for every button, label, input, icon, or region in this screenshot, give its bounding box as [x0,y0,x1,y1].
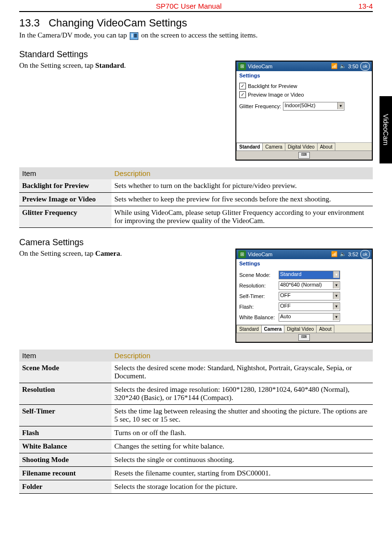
window-titlebar: ⊞ VideoCam 📶 🔈 3:50 ok [236,62,372,71]
tab-camera[interactable]: Camera [262,143,285,150]
table-desc: Resets the filename counter, starting fr… [111,466,373,480]
table-desc: Selects the desired scene mode: Standard… [111,362,373,383]
field-label: Scene Mode: [239,272,277,278]
table-row: Self-Timer [19,404,111,426]
window-title: VideoCam [248,63,272,69]
window-title: VideoCam [248,251,272,257]
table-desc: Selects the storage location for the pic… [111,480,373,493]
volume-icon: 🔈 [340,251,346,257]
tab-about[interactable]: About [316,325,334,333]
table-row: Filename recount [19,466,111,480]
ok-button[interactable]: ok [360,62,370,71]
volume-icon: 🔈 [340,63,346,69]
table-row: Shooting Mode [19,453,111,466]
white-balance-dropdown[interactable]: Auto [279,313,340,322]
table-row: Glitter Frequency [19,206,111,227]
field-label: White Balance: [239,314,277,320]
section-intro: In the Camera/DV mode, you can tap on th… [19,31,373,40]
glitter-label: Glitter Frequency: [239,103,281,109]
panel-title: Settings [236,259,372,268]
ok-button[interactable]: ok [360,250,370,259]
checkbox-preview[interactable]: ✓ [239,91,246,98]
table-desc: Selects the single or continuous shootin… [111,453,373,466]
table-row: Scene Mode [19,362,111,383]
field-label: Resolution: [239,283,277,288]
screenshot-camera: ⊞ VideoCam 📶 🔈 3:52 ok Settings Scene Mo… [235,249,373,343]
tab-camera[interactable]: Camera [261,325,285,333]
checkbox-label: Preview Image or Video [248,92,304,98]
section-number: 13.3 [19,17,40,29]
table-desc: Turns on or off the flash. [111,426,373,439]
table-desc: Sets whether to turn on the backlight fo… [111,179,373,193]
manual-title: SP70C User Manual [19,2,358,10]
sip-bar: ⌨ [236,333,372,342]
flash-dropdown[interactable]: OFF [279,302,340,311]
tab-about[interactable]: About [317,143,335,150]
camera-table: Item Description Scene ModeSelects the d… [19,350,373,494]
standard-heading: Standard Settings [19,50,373,60]
page-header: SP70C User Manual 13-4 [19,0,373,11]
settings-toolbar-icon [130,32,138,40]
scene-mode-dropdown[interactable]: Standard [279,271,340,279]
signal-icon: 📶 [331,63,338,69]
tab-digital-video[interactable]: Digital Video [285,143,318,150]
table-desc: Sets whether to keep the preview for fiv… [111,192,373,206]
window-titlebar: ⊞ VideoCam 📶 🔈 3:52 ok [236,250,372,259]
start-icon[interactable]: ⊞ [238,62,246,70]
sip-bar: ⌨ [236,150,372,160]
table-row: Flash [19,426,111,439]
table-row: Preview Image or Video [19,192,111,206]
camera-lead: On the Setting screen, tap Camera. [19,250,231,258]
chapter-side-tab: VideoCam [380,96,392,163]
tab-digital-video[interactable]: Digital Video [284,325,317,333]
table-row: Folder [19,480,111,493]
panel-title: Settings [236,71,372,80]
clock: 3:52 [348,251,358,257]
standard-table: Item Description Backlight for PreviewSe… [19,167,373,228]
keyboard-icon[interactable]: ⌨ [298,334,310,341]
col-desc: Description [111,350,373,362]
checkbox-backlight[interactable]: ✓ [239,83,246,89]
table-row: White Balance [19,439,111,453]
page-number: 13-4 [358,2,373,10]
col-desc: Description [111,167,373,179]
camera-heading: Camera Settings [19,238,373,248]
table-desc: While using VideoCam, please setup Glitt… [111,206,373,227]
start-icon[interactable]: ⊞ [238,250,246,258]
glitter-dropdown[interactable]: Indoor(50Hz) [283,102,344,111]
field-label: Self-Timer: [239,293,277,299]
table-row: Resolution [19,383,111,404]
tab-standard[interactable]: Standard [236,325,262,333]
col-item: Item [19,350,111,362]
table-desc: Sets the time lag between releasing the … [111,404,373,426]
self-timer-dropdown[interactable]: OFF [279,292,340,300]
section-title: Changing VideoCam Settings [49,17,187,29]
clock: 3:50 [348,63,358,69]
checkbox-label: Backlight for Preview [248,83,297,89]
header-divider [19,11,373,12]
tab-standard[interactable]: Standard [236,143,263,150]
field-label: Flash: [239,304,277,310]
col-item: Item [19,167,111,179]
keyboard-icon[interactable]: ⌨ [298,152,310,159]
table-row: Backlight for Preview [19,179,111,193]
table-desc: Selects the desired image resolution: 16… [111,383,373,404]
section-heading: 13.3 Changing VideoCam Settings [19,17,373,29]
standard-lead: On the Setting screen, tap Standard. [19,62,231,70]
resolution-dropdown[interactable]: 480*640 (Normal) [279,281,340,290]
screenshot-standard: ⊞ VideoCam 📶 🔈 3:50 ok Settings ✓ Backli… [235,61,373,161]
signal-icon: 📶 [331,251,338,257]
settings-tabs: Standard Camera Digital Video About [236,325,372,333]
settings-tabs: Standard Camera Digital Video About [236,142,372,150]
table-desc: Changes the setting for white balance. [111,439,373,453]
